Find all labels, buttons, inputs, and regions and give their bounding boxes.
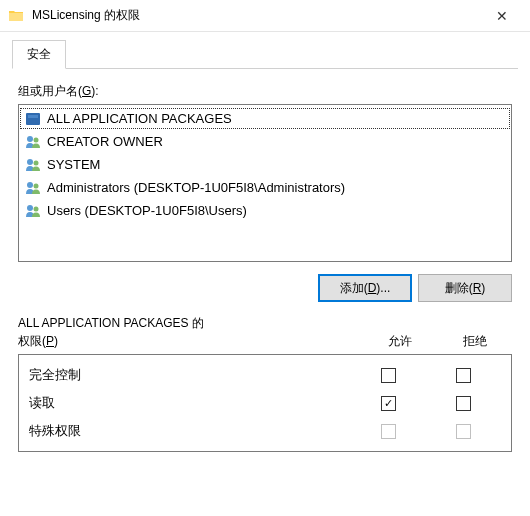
list-item[interactable]: CREATOR OWNER [19,130,511,153]
permissions-title: ALL APPLICATION PACKAGES 的 权限(P) [18,314,362,350]
tabs: 安全 [12,40,518,69]
permissions-listbox: 完全控制读取✓特殊权限 [18,354,512,452]
svg-point-9 [34,206,39,211]
button-row: 添加(D)... 删除(R) [18,274,512,302]
group-or-user-label: 组或用户名(G): [18,83,512,100]
list-item-label: Users (DESKTOP-1U0F5I8\Users) [47,203,247,218]
allow-header: 允许 [362,333,437,350]
svg-point-8 [27,205,33,211]
permissions-header: ALL APPLICATION PACKAGES 的 权限(P) 允许 拒绝 [18,314,512,350]
principals-listbox[interactable]: ALL APPLICATION PACKAGESCREATOR OWNERSYS… [18,104,512,262]
tab-security[interactable]: 安全 [12,40,66,69]
permission-name: 读取 [29,394,351,412]
users-icon [25,157,41,173]
svg-point-6 [27,182,33,188]
list-item[interactable]: Administrators (DESKTOP-1U0F5I8\Administ… [19,176,511,199]
users-icon [25,134,41,150]
window-title: MSLicensing 的权限 [32,7,482,24]
deny-checkbox[interactable] [456,368,471,383]
close-button[interactable]: ✕ [482,8,522,24]
list-item-label: ALL APPLICATION PACKAGES [47,111,232,126]
deny-checkbox [456,424,471,439]
deny-checkbox[interactable] [456,396,471,411]
permission-name: 特殊权限 [29,422,351,440]
package-icon [25,111,41,127]
users-icon [25,180,41,196]
add-button[interactable]: 添加(D)... [318,274,412,302]
list-item[interactable]: Users (DESKTOP-1U0F5I8\Users) [19,199,511,222]
svg-point-5 [34,160,39,165]
folder-icon [8,8,24,24]
deny-header: 拒绝 [437,333,512,350]
allow-checkbox[interactable] [381,368,396,383]
allow-checkbox[interactable]: ✓ [381,396,396,411]
svg-rect-0 [26,113,40,125]
svg-point-2 [27,136,33,142]
users-icon [25,203,41,219]
permission-name: 完全控制 [29,366,351,384]
svg-point-7 [34,183,39,188]
svg-point-4 [27,159,33,165]
svg-point-3 [34,137,39,142]
list-item-label: SYSTEM [47,157,100,172]
list-item[interactable]: SYSTEM [19,153,511,176]
list-item[interactable]: ALL APPLICATION PACKAGES [19,107,511,130]
remove-button[interactable]: 删除(R) [418,274,512,302]
allow-checkbox [381,424,396,439]
list-item-label: CREATOR OWNER [47,134,163,149]
svg-rect-1 [28,115,38,118]
titlebar: MSLicensing 的权限 ✕ [0,0,530,32]
permission-row: 完全控制 [19,361,511,389]
list-item-label: Administrators (DESKTOP-1U0F5I8\Administ… [47,180,345,195]
permission-row: 特殊权限 [19,417,511,445]
permission-row: 读取✓ [19,389,511,417]
